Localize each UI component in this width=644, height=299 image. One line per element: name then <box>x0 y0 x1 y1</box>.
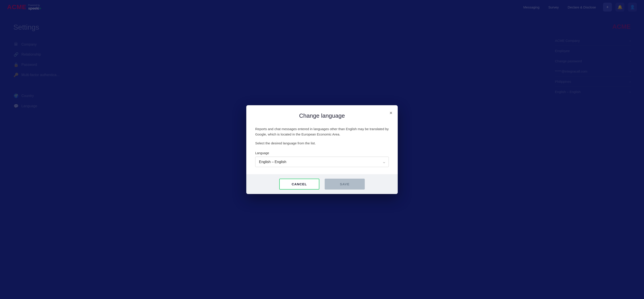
save-button[interactable]: SAVE <box>325 179 365 190</box>
modal-description-p1: Reports and chat messages entered in lan… <box>255 126 389 137</box>
modal-overlay: Change language × Reports and chat messa… <box>0 0 644 299</box>
language-select-wrapper: English – EnglishSpanish – EspañolFrench… <box>255 157 389 167</box>
modal-title: Change language <box>255 112 389 119</box>
modal-description: Reports and chat messages entered in lan… <box>255 126 389 146</box>
change-language-modal: Change language × Reports and chat messa… <box>246 105 398 194</box>
cancel-button[interactable]: CANCEL <box>279 179 319 190</box>
modal-body: Reports and chat messages entered in lan… <box>246 123 398 174</box>
modal-close-button[interactable]: × <box>390 111 392 115</box>
language-select[interactable]: English – EnglishSpanish – EspañolFrench… <box>255 157 389 167</box>
language-label: Language <box>255 151 389 155</box>
modal-footer: CANCEL SAVE <box>246 174 398 194</box>
modal-description-p2: Select the desired language from the lis… <box>255 141 389 146</box>
modal-header: Change language × <box>246 105 398 123</box>
